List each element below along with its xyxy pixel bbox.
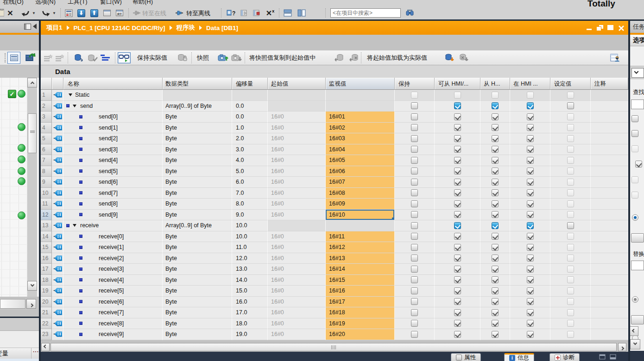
data-type-cell[interactable]: Byte <box>163 318 232 330</box>
monitor-value-cell[interactable]: 16#02 <box>326 123 395 134</box>
setpoint-checkbox[interactable] <box>567 244 574 251</box>
hmi-accessible-checkbox[interactable] <box>454 320 461 327</box>
hmi-writable-checkbox[interactable] <box>492 113 499 120</box>
table-row[interactable]: 21receive[7]Byte17.016#016#18 <box>41 307 628 318</box>
start-simulation-icon[interactable] <box>102 6 112 19</box>
menu-item[interactable]: 窗口(W) <box>100 0 122 6</box>
start-value-cell[interactable]: 16#0 <box>268 231 326 243</box>
data-type-cell[interactable]: Byte <box>163 188 232 199</box>
retain-checkbox[interactable] <box>411 276 418 283</box>
name-cell[interactable]: receive[2] <box>63 253 163 264</box>
data-type-cell[interactable]: Byte <box>163 144 232 156</box>
name-cell[interactable]: receive[4] <box>63 275 163 286</box>
setpoint-checkbox[interactable] <box>567 211 574 218</box>
whole-document-radio[interactable] <box>632 296 638 303</box>
retain-checkbox[interactable] <box>411 102 418 109</box>
hmi-writable-checkbox[interactable] <box>492 298 499 305</box>
paste-icon[interactable] <box>0 6 5 19</box>
hmi-accessible-checkbox[interactable] <box>454 211 461 218</box>
data-type-cell[interactable]: Byte <box>163 307 232 318</box>
comment-cell[interactable] <box>591 90 628 101</box>
setpoint-checkbox[interactable] <box>567 266 574 273</box>
column-header[interactable]: 注释 <box>591 78 628 90</box>
comment-cell[interactable] <box>591 101 628 112</box>
data-type-cell[interactable]: Byte <box>163 297 232 308</box>
data-type-cell[interactable]: Byte <box>163 286 232 297</box>
copy-snapshots-button[interactable]: 将快照值复制到起始值中 <box>249 50 316 65</box>
hmi-writable-checkbox[interactable] <box>492 189 499 196</box>
hmi-visible-checkbox[interactable] <box>527 287 534 294</box>
breadcrumb-item[interactable]: 项目1 <box>46 24 63 32</box>
name-cell[interactable]: receive <box>63 220 163 231</box>
hmi-visible-checkbox[interactable] <box>527 189 534 196</box>
monitor-value-cell[interactable]: 16#15 <box>326 275 395 286</box>
retain-checkbox[interactable] <box>411 309 418 316</box>
table-row[interactable]: 13receiveArray[0..9] of Byte10.0 <box>41 220 628 231</box>
hmi-accessible-checkbox[interactable] <box>454 124 461 131</box>
hmi-accessible-checkbox[interactable] <box>454 135 461 142</box>
load-start-values-button[interactable]: 将起始值加载为实际值 <box>367 50 427 65</box>
split-horizontal-icon[interactable] <box>283 6 293 19</box>
retain-checkbox[interactable] <box>411 124 418 131</box>
use-wildcards-checkbox[interactable] <box>631 176 638 183</box>
hmi-writable-checkbox[interactable] <box>492 233 499 240</box>
data-type-cell[interactable]: Byte <box>163 155 232 166</box>
comment-cell[interactable] <box>591 133 628 144</box>
retain-checkbox[interactable] <box>411 157 418 164</box>
table-row[interactable]: 18receive[4]Byte14.016#016#15 <box>41 275 628 286</box>
column-header[interactable]: 可从 HMI/... <box>435 78 480 90</box>
breadcrumb-item[interactable]: PLC_1 [CPU 1214C DC/DC/Rly] <box>74 25 165 31</box>
hmi-visible-checkbox[interactable] <box>527 266 534 273</box>
tree-scroll-up-button[interactable] <box>27 78 37 87</box>
hmi-accessible-checkbox[interactable] <box>454 276 461 283</box>
comment-cell[interactable] <box>591 307 628 318</box>
snapshot-button[interactable]: 快照 <box>197 50 209 65</box>
comment-cell[interactable] <box>591 264 628 275</box>
overview-icon[interactable] <box>610 50 620 65</box>
monitor-value-cell[interactable]: 16#10 <box>326 210 395 221</box>
comment-cell[interactable] <box>591 199 628 210</box>
hmi-accessible-checkbox[interactable] <box>454 189 461 196</box>
hmi-accessible-checkbox[interactable] <box>454 179 461 186</box>
scroll-left-button[interactable] <box>41 343 50 351</box>
hmi-visible-checkbox[interactable] <box>527 211 534 218</box>
name-cell[interactable]: send[7] <box>63 188 163 199</box>
tree-export-button[interactable] <box>23 52 36 64</box>
hmi-visible-checkbox[interactable] <box>527 233 534 240</box>
collapse-arrow-icon[interactable] <box>69 93 72 96</box>
monitor-value-cell[interactable] <box>326 101 395 112</box>
search-down-radio[interactable] <box>632 214 638 221</box>
load-start-icon[interactable] <box>444 50 455 65</box>
hmi-writable-checkbox[interactable] <box>492 200 499 207</box>
table-row[interactable]: 15receive[1]Byte11.016#016#12 <box>41 242 628 253</box>
setpoint-checkbox[interactable] <box>567 146 574 153</box>
copy-snapshot-all-icon[interactable] <box>348 50 360 65</box>
redo-icon[interactable] <box>40 6 52 19</box>
collapse-panel-icon[interactable] <box>33 24 37 29</box>
comment-cell[interactable] <box>591 144 628 156</box>
tree-scroll-down-button[interactable] <box>27 281 37 291</box>
comment-cell[interactable] <box>591 329 628 340</box>
close-button[interactable] <box>618 25 625 31</box>
hmi-visible-checkbox[interactable] <box>527 255 534 261</box>
hmi-accessible-checkbox[interactable] <box>454 331 461 338</box>
retain-checkbox[interactable] <box>411 320 418 327</box>
start-value-cell[interactable]: 16#0 <box>268 297 326 308</box>
table-row[interactable]: 1Static <box>41 90 628 101</box>
delete-icon[interactable]: ✕ <box>6 6 15 19</box>
start-value-cell[interactable]: 16#0 <box>268 253 326 264</box>
expand-all-icon[interactable] <box>100 50 111 65</box>
setpoint-checkbox[interactable] <box>567 320 574 327</box>
retain-checkbox[interactable] <box>411 255 418 261</box>
details-view-row[interactable]: 变量 ... <box>0 348 39 359</box>
start-value-cell[interactable]: 16#0 <box>268 275 326 286</box>
go-offline-icon[interactable] <box>175 6 184 19</box>
hmi-visible-checkbox[interactable] <box>527 222 534 229</box>
name-cell[interactable]: receive[7] <box>63 307 163 318</box>
setpoint-checkbox[interactable] <box>567 331 574 338</box>
setpoint-checkbox[interactable] <box>567 309 574 316</box>
monitor-value-cell[interactable]: 16#05 <box>326 155 395 166</box>
data-type-cell[interactable]: Byte <box>163 166 232 177</box>
hmi-visible-checkbox[interactable] <box>527 102 534 109</box>
hmi-writable-checkbox[interactable] <box>492 135 499 142</box>
